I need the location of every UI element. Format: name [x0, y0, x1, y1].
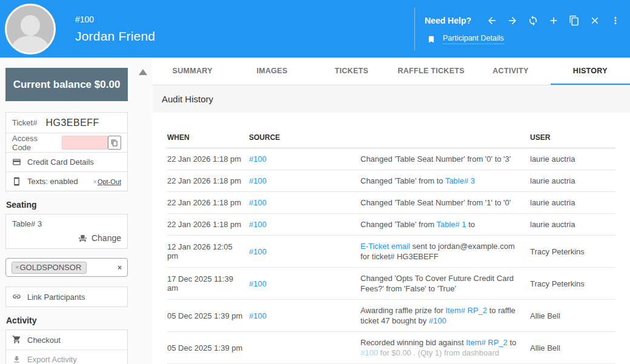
table-row: 22 Jan 2026 1:18 pm#100Changed 'Table' f…	[167, 214, 615, 236]
cell-user: Tracy Peterkins	[530, 247, 615, 256]
cell-user: laurie auctria	[530, 154, 615, 164]
access-code-input[interactable]	[62, 136, 108, 150]
change-seat-button[interactable]: Change	[12, 233, 121, 243]
description-link[interactable]: #100	[360, 348, 378, 357]
description-link[interactable]: Table# 3	[445, 176, 475, 185]
cell-description: E-Ticket email sent to jordan@example.co…	[360, 241, 530, 262]
cell-when: 05 Dec 2025 1:39 pm	[167, 343, 249, 352]
description-text: Awarding raffle prize for	[360, 306, 445, 315]
description-link[interactable]: Item# RP_2	[445, 306, 487, 315]
description-text: Changed 'Table Seat Number' from '0' to …	[360, 154, 511, 164]
credit-card-icon	[12, 157, 22, 167]
cell-when: 22 Jan 2026 1:18 pm	[167, 198, 249, 207]
texts-status: Texts: enabled	[27, 177, 78, 186]
table-row: 05 Dec 2025 1:39 pmRecorded winning bid …	[167, 332, 615, 364]
description-text: Changed 'Table' from to	[360, 176, 445, 185]
back-arrow-icon[interactable]	[483, 13, 500, 28]
cell-source: #100	[249, 154, 360, 164]
checkout-button[interactable]: Checkout	[6, 330, 127, 349]
table-row: 22 Jan 2026 1:18 pm#100Changed 'Table Se…	[167, 192, 615, 214]
participant-id: #100	[75, 15, 155, 24]
source-link[interactable]: #100	[249, 220, 267, 229]
source-link[interactable]: #100	[249, 198, 267, 207]
opt-out-link[interactable]: ×Opt-Out	[93, 178, 121, 185]
add-icon[interactable]	[545, 13, 562, 28]
cell-source: #100	[249, 176, 360, 185]
col-when: WHEN	[167, 133, 249, 142]
description-text: for $0.00 . (Qty 1) from dashboard	[378, 348, 499, 357]
clear-tags-icon[interactable]: ×	[118, 263, 122, 272]
refresh-icon[interactable]	[525, 13, 542, 28]
cell-source: #100	[249, 220, 360, 229]
forward-arrow-icon[interactable]	[504, 13, 521, 28]
cell-source: #100	[249, 279, 360, 288]
checkout-label: Checkout	[27, 336, 61, 345]
link-participants-button[interactable]: Link Participants	[6, 287, 127, 306]
phone-icon	[12, 177, 22, 187]
copy-icon[interactable]	[566, 13, 583, 28]
scroll-up-arrow[interactable]	[139, 69, 147, 75]
export-activity-button[interactable]: Export Activity	[6, 349, 127, 364]
link-participants-card: Link Participants	[5, 286, 128, 307]
current-balance-badge: Current balance $0.00	[5, 68, 128, 101]
description-link[interactable]: #100	[429, 316, 446, 325]
cell-when: 22 Jan 2026 1:18 pm	[167, 176, 249, 185]
close-icon[interactable]	[586, 13, 603, 28]
cell-user: laurie auctria	[530, 176, 615, 185]
description-text: Changed 'Table Seat Number' from '1' to …	[360, 198, 511, 207]
table-row: 22 Jan 2026 1:18 pm#100Changed 'Table' f…	[167, 170, 615, 192]
copy-access-code-button[interactable]	[108, 136, 121, 150]
cell-source: #100	[249, 198, 360, 207]
credit-card-label: Credit Card Details	[27, 157, 94, 167]
description-link[interactable]: Item# RP_2	[466, 338, 508, 347]
header: #100 Jordan Friend Need Help? Participan…	[0, 0, 630, 58]
tags-input[interactable]: × GOLDSPONSOR ×	[5, 258, 128, 277]
tab-activity[interactable]: ACTIVITY	[471, 58, 550, 85]
need-help-link[interactable]: Need Help?	[425, 16, 471, 25]
col-source: SOURCE	[249, 133, 360, 142]
tab-tickets[interactable]: TICKETS	[312, 58, 391, 85]
credit-card-row[interactable]: Credit Card Details	[6, 152, 127, 171]
cell-when: 12 Jan 2026 12:05 pm	[167, 242, 249, 260]
cell-description: Changed 'Table Seat Number' from '0' to …	[360, 154, 530, 164]
header-toolbar: Need Help? Participant Details	[414, 7, 624, 51]
description-text: to	[508, 338, 516, 347]
participant-info-card: Ticket# HG3EBEFF Access Code Credit Card…	[5, 112, 128, 191]
tab-history[interactable]: HISTORY	[551, 58, 630, 85]
description-text: Recorded winning bid against	[360, 338, 466, 347]
access-code-label: Access Code	[12, 134, 56, 152]
source-link[interactable]: #100	[249, 279, 267, 288]
source-link[interactable]: #100	[249, 154, 267, 164]
cell-description: Changed 'Table' from Table# 1 to	[360, 219, 530, 230]
more-vert-icon[interactable]	[607, 13, 624, 28]
link-icon	[12, 292, 22, 302]
cell-when: 22 Jan 2026 1:18 pm	[167, 220, 249, 229]
main-content: SUMMARY IMAGES TICKETS RAFFLE TICKETS AC…	[153, 58, 630, 364]
bookmark-icon	[427, 35, 436, 44]
ticket-row: Ticket# HG3EBEFF	[6, 113, 127, 133]
description-text: Changed 'Table' from	[360, 220, 436, 229]
cell-user: laurie auctria	[530, 220, 615, 229]
tab-images[interactable]: IMAGES	[232, 58, 311, 85]
description-link[interactable]: Table# 1	[436, 220, 466, 229]
scroll-gutter	[128, 58, 153, 364]
source-link[interactable]: #100	[249, 176, 267, 185]
tab-bar: SUMMARY IMAGES TICKETS RAFFLE TICKETS AC…	[153, 58, 630, 85]
seating-card: Table# 3 Change	[5, 214, 128, 249]
cell-when: 05 Dec 2025 1:39 pm	[167, 311, 249, 320]
description-text: to	[466, 220, 475, 229]
tab-raffle-tickets[interactable]: RAFFLE TICKETS	[391, 58, 471, 85]
source-link[interactable]: #100	[249, 311, 267, 320]
table-assignment: Table# 3	[12, 219, 121, 228]
breadcrumb[interactable]: Participant Details	[443, 34, 504, 44]
remove-tag-icon[interactable]: ×	[15, 263, 19, 271]
description-link[interactable]: E-Ticket email	[360, 242, 410, 251]
tab-summary[interactable]: SUMMARY	[153, 58, 232, 85]
cell-when: 17 Dec 2025 11:39 am	[167, 274, 249, 293]
cart-icon	[12, 335, 22, 345]
tag-goldsponsor: × GOLDSPONSOR	[12, 262, 87, 274]
source-link[interactable]: #100	[249, 247, 267, 256]
description-text: Changed 'Opts To Cover Future Credit Car…	[360, 274, 514, 293]
cell-source: #100	[249, 311, 360, 320]
avatar	[5, 4, 56, 55]
